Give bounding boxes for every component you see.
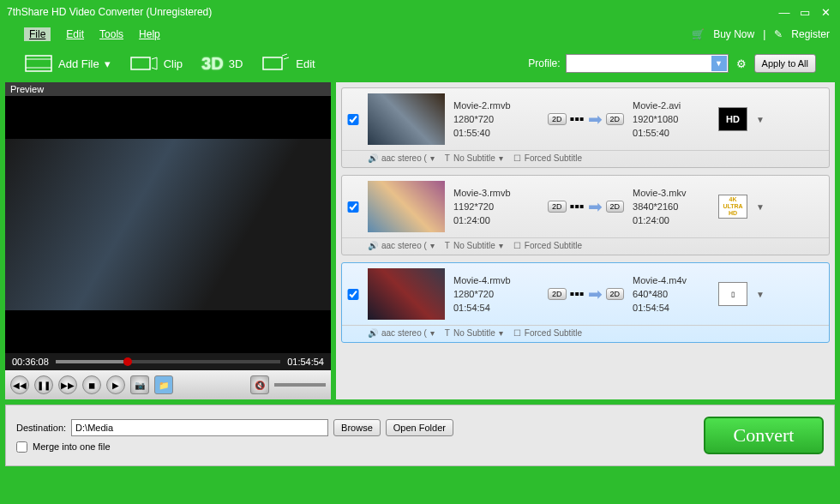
convert-button[interactable]: Convert — [704, 417, 824, 454]
window-title: 7thShare HD Video Converter (Unregistere… — [7, 6, 771, 18]
svg-rect-4 — [263, 57, 282, 69]
close-button[interactable]: ✕ — [818, 4, 833, 20]
source-info: Movie-4.rmvb 1280*720 01:54:54 — [453, 273, 539, 315]
add-file-button[interactable]: Add File ▾ — [24, 52, 111, 75]
format-badge-hd[interactable]: HD — [718, 107, 747, 131]
file-checkbox[interactable] — [347, 201, 359, 213]
output-info: Movie-4.m4v 640*480 01:54:54 — [633, 273, 710, 315]
apply-to-all-button[interactable]: Apply to All — [754, 54, 816, 73]
chevron-down-icon[interactable]: ▼ — [756, 115, 768, 124]
conversion-arrow: 2D▪▪▪➡2D — [548, 109, 624, 129]
snapshot-button[interactable]: 📷 — [130, 375, 149, 394]
preview-header: Preview — [5, 82, 331, 96]
menubar: File Edit Tools Help 🛒 Buy Now | ✎ Regis… — [0, 24, 840, 45]
conversion-arrow: 2D▪▪▪➡2D — [548, 284, 624, 304]
open-folder-button[interactable]: Open Folder — [386, 419, 453, 436]
chevron-down-icon: ▾ — [105, 57, 111, 70]
thumbnail — [368, 268, 445, 320]
subtitle-select[interactable]: T No Subtitle ▾ — [445, 153, 503, 163]
chevron-down-icon: ▼ — [711, 56, 727, 71]
film-icon — [24, 52, 53, 75]
pen-icon: ✎ — [774, 28, 783, 40]
preview-panel: Preview 00:36:08 01:54:54 ◀◀ ❚❚ ▶▶ ◼ ▶ 📷… — [5, 82, 331, 399]
play-button[interactable]: ▶ — [106, 375, 125, 394]
audio-select[interactable]: 🔊 aac stereo ( ▾ — [368, 153, 435, 163]
mute-button[interactable]: 🔇 — [250, 375, 269, 394]
source-info: Movie-2.rmvb 1280*720 01:55:40 — [453, 99, 539, 140]
phone-icon: ▯ — [570, 58, 575, 69]
file-item[interactable]: Movie-3.rmvb 1192*720 01:24:00 2D▪▪▪➡2D … — [341, 175, 830, 255]
thumbnail — [368, 93, 445, 145]
wand-icon — [261, 52, 291, 75]
file-checkbox[interactable] — [347, 114, 359, 125]
stop-button[interactable]: ◼ — [82, 375, 101, 394]
scissors-icon — [129, 52, 159, 75]
prev-button[interactable]: ◀◀ — [10, 375, 29, 394]
minimize-button[interactable]: — — [777, 4, 792, 20]
format-badge-4k[interactable]: 4KULTRA HD — [718, 195, 747, 219]
clip-button[interactable]: Clip — [129, 52, 183, 75]
profile-label: Profile: — [528, 57, 560, 69]
maximize-button[interactable]: ▭ — [797, 4, 813, 20]
preview-video — [5, 96, 331, 353]
bottom-panel: Destination: Browse Open Folder Merge in… — [5, 405, 835, 466]
titlebar: 7thShare HD Video Converter (Unregistere… — [0, 0, 840, 24]
forced-subtitle-toggle[interactable]: ☐ Forced Subtitle — [513, 241, 582, 250]
conversion-arrow: 2D▪▪▪➡2D — [548, 196, 624, 217]
total-time: 01:54:54 — [287, 357, 324, 367]
folder-button[interactable]: 📁 — [154, 375, 173, 394]
file-checkbox[interactable] — [347, 289, 359, 300]
divider: | — [763, 28, 765, 40]
3d-icon: 3D — [201, 54, 224, 74]
source-info: Movie-3.rmvb 1192*720 01:24:00 — [453, 186, 539, 227]
merge-label: Merge into one file — [33, 441, 111, 452]
chevron-down-icon[interactable]: ▼ — [756, 202, 768, 212]
output-info: Movie-3.mkv 3840*2160 01:24:00 — [633, 186, 710, 227]
audio-select[interactable]: 🔊 aac stereo ( ▾ — [368, 328, 435, 338]
destination-input[interactable] — [71, 419, 328, 436]
forced-subtitle-toggle[interactable]: ☐ Forced Subtitle — [513, 328, 582, 338]
register-link[interactable]: Register — [791, 28, 830, 40]
thumbnail — [368, 181, 445, 232]
format-badge-phone[interactable]: ▯ — [718, 282, 747, 306]
current-time: 00:36:08 — [12, 357, 49, 367]
file-item[interactable]: Movie-2.rmvb 1280*720 01:55:40 2D▪▪▪➡2D … — [341, 87, 830, 168]
edit-button[interactable]: Edit — [261, 52, 315, 75]
subtitle-select[interactable]: T No Subtitle ▾ — [445, 328, 503, 338]
next-button[interactable]: ▶▶ — [58, 375, 77, 394]
gear-icon[interactable]: ⚙ — [734, 56, 749, 71]
menu-edit[interactable]: Edit — [66, 28, 84, 40]
browse-button[interactable]: Browse — [333, 419, 381, 436]
file-list: Movie-2.rmvb 1280*720 01:55:40 2D▪▪▪➡2D … — [336, 82, 835, 399]
cart-icon: 🛒 — [692, 28, 705, 40]
profile-select[interactable]: ▯ iPhone 5S/5C M4V Video(*.m4 ▼ — [566, 54, 729, 73]
pause-button[interactable]: ❚❚ — [34, 375, 53, 394]
menu-file[interactable]: File — [24, 27, 51, 41]
merge-checkbox[interactable] — [16, 441, 27, 453]
output-info: Movie-2.avi 1920*1080 01:55:40 — [633, 99, 710, 140]
svg-rect-0 — [26, 56, 51, 71]
toolbar: Add File ▾ Clip 3D 3D Edit Profile: ▯ iP… — [0, 45, 840, 82]
subtitle-select[interactable]: T No Subtitle ▾ — [445, 241, 503, 250]
3d-button[interactable]: 3D 3D — [201, 54, 243, 74]
menu-help[interactable]: Help — [139, 28, 160, 40]
forced-subtitle-toggle[interactable]: ☐ Forced Subtitle — [513, 153, 582, 163]
seek-bar[interactable] — [56, 360, 280, 363]
volume-slider[interactable] — [274, 383, 326, 387]
file-item[interactable]: Movie-4.rmvb 1280*720 01:54:54 2D▪▪▪➡2D … — [341, 262, 830, 343]
preview-controls: ◀◀ ❚❚ ▶▶ ◼ ▶ 📷 📁 🔇 — [5, 370, 331, 399]
svg-rect-3 — [131, 57, 150, 69]
buy-now-link[interactable]: Buy Now — [713, 28, 754, 40]
destination-label: Destination: — [16, 423, 66, 433]
audio-select[interactable]: 🔊 aac stereo ( ▾ — [368, 241, 435, 250]
chevron-down-icon[interactable]: ▼ — [756, 290, 768, 299]
menu-tools[interactable]: Tools — [99, 28, 123, 40]
